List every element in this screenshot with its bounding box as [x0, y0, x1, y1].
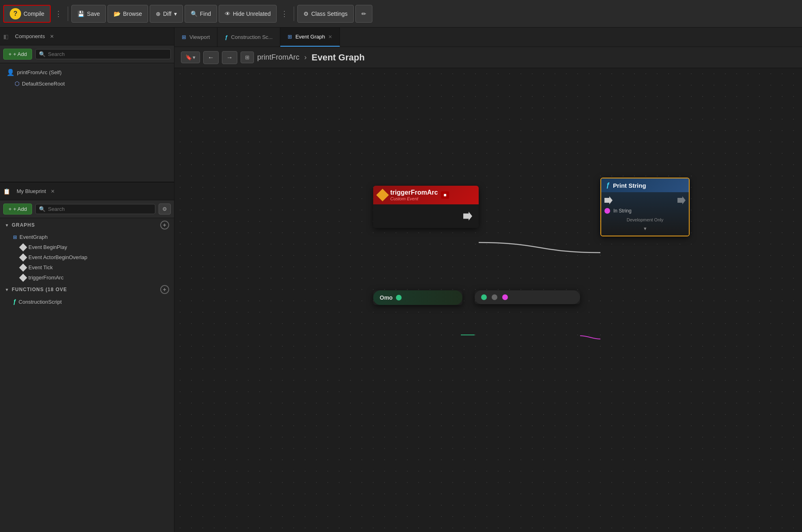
trigger-diamond-icon [19, 274, 27, 282]
trigger-diamond-node-icon [376, 189, 389, 201]
compile-button[interactable]: ? Compile [3, 5, 51, 23]
blueprint-search-box[interactable]: 🔍 [35, 204, 155, 214]
eventgraph-label: EventGraph [19, 234, 47, 240]
graph-nav-nodes-icon: ⊞ [245, 54, 249, 60]
components-search-input[interactable] [48, 51, 167, 57]
tree-item-printFromArc[interactable]: 👤 printFromArc (Self) [0, 66, 174, 78]
print-string-expand[interactable]: ▾ [601, 224, 689, 233]
omo-node[interactable]: Omo [373, 290, 462, 305]
tab-construction[interactable]: ƒ Construction Sc... [217, 28, 280, 47]
functions-add-icon[interactable]: + [160, 285, 169, 294]
construction-func-icon: ƒ [13, 298, 16, 305]
find-button[interactable]: 🔍 Find [185, 5, 217, 23]
graphs-triangle-icon: ▼ [5, 223, 9, 227]
print-exec-row [601, 195, 689, 206]
browse-label: Browse [123, 11, 142, 17]
graph-canvas[interactable]: triggerFromArc Custom Event ■ ƒ Print [174, 68, 802, 532]
graph-item-beginplay[interactable]: Event BeginPlay [0, 242, 174, 252]
graph-item-actoroverlap[interactable]: Event ActorBeginOverlap [0, 252, 174, 262]
trigger-exec-out-pin[interactable] [463, 212, 472, 221]
event-graph-tab-close[interactable]: ✕ [328, 34, 332, 40]
trigger-node-title: triggerFromArc [390, 189, 438, 196]
trigger-node-body [373, 204, 479, 228]
breadcrumb-current: Event Graph [312, 52, 365, 63]
connector-out-magenta-pin[interactable] [502, 294, 508, 300]
print-exec-out-pin[interactable] [677, 196, 686, 204]
my-blueprint-section: 📋 My Blueprint ✕ + + Add 🔍 ⚙ [0, 182, 174, 532]
tree-item-defaultSceneRoot[interactable]: ⬡ DefaultSceneRoot [0, 78, 174, 89]
connector-mid-gray-pin[interactable] [492, 294, 497, 300]
blueprint-add-button[interactable]: + + Add [3, 204, 32, 215]
graphs-add-icon[interactable]: + [160, 221, 169, 230]
graph-nav-icon[interactable]: ⊞ [241, 51, 254, 63]
components-tab-close[interactable]: ✕ [50, 34, 54, 39]
print-exec-in-pin[interactable] [604, 196, 613, 204]
connector-node[interactable] [475, 290, 580, 304]
hide-unrelated-button[interactable]: 👁 Hide Unrelated [219, 5, 277, 23]
print-string-body: In String Development Only ▾ [601, 192, 689, 236]
tab-event-graph[interactable]: ⊞ Event Graph ✕ [280, 28, 340, 47]
trigger-node[interactable]: triggerFromArc Custom Event ■ [373, 186, 479, 228]
compile-label: Compile [24, 11, 44, 17]
right-area: ⊞ Viewport ƒ Construction Sc... ⊞ Event … [174, 28, 802, 532]
components-search-box[interactable]: 🔍 [35, 49, 171, 59]
find-label: Find [200, 11, 211, 17]
in-string-pin[interactable] [604, 208, 610, 214]
components-search-icon: 🔍 [39, 51, 45, 57]
left-panel: ◧ Components ✕ + + Add 🔍 👤 [0, 28, 174, 532]
hide-unrelated-icon: 👁 [225, 11, 230, 17]
graph-item-tick[interactable]: Event Tick [0, 262, 174, 272]
graph-item-construction[interactable]: ƒ ConstructionScript [0, 296, 174, 307]
omo-out-pin[interactable] [396, 295, 402, 300]
trigger-node-header: triggerFromArc Custom Event ■ [373, 186, 479, 204]
print-in-string-row: In String [601, 206, 689, 216]
save-button[interactable]: 💾 Save [71, 5, 106, 23]
trigger-node-close[interactable]: ■ [441, 191, 449, 199]
bookmark-nav-icon[interactable]: 🔖 ▾ [181, 51, 200, 63]
separator-1 [68, 6, 68, 21]
tab-event-graph-label: Event Graph [295, 34, 325, 40]
graph-item-triggerFromArc[interactable]: triggerFromArc [0, 272, 174, 283]
components-tab[interactable]: Components ✕ [11, 31, 58, 42]
dev-only-text: Development Only [627, 217, 664, 222]
components-toolbar: + + Add 🔍 [0, 45, 174, 63]
diff-button[interactable]: ⊕ Diff ▾ [150, 5, 183, 23]
pencil-icon: ✏ [361, 11, 366, 17]
blueprint-add-icon: + [9, 206, 12, 212]
blueprint-settings-button[interactable]: ⚙ [159, 204, 171, 215]
blueprint-search-input[interactable] [48, 206, 152, 212]
functions-section-header[interactable]: ▼ FUNCTIONS (18 OVE + [0, 283, 174, 296]
tab-construction-label: Construction Sc... [231, 34, 273, 40]
my-blueprint-tab-bar: 📋 My Blueprint ✕ [0, 182, 174, 200]
components-add-button[interactable]: + + Add [3, 49, 32, 60]
tab-viewport[interactable]: ⊞ Viewport [174, 28, 217, 47]
forward-button[interactable]: → [222, 51, 237, 64]
class-settings-button[interactable]: ⚙ Class Settings [297, 5, 353, 23]
browse-button[interactable]: 📂 Browse [108, 5, 148, 23]
tree-item-label-printFromArc: printFromArc (Self) [17, 69, 62, 75]
components-tree: 👤 printFromArc (Self) ⬡ DefaultSceneRoot [0, 63, 174, 182]
my-blueprint-tab[interactable]: My Blueprint ✕ [13, 186, 59, 197]
main-layout: ◧ Components ✕ + + Add 🔍 👤 [0, 28, 802, 532]
connector-in-teal-pin[interactable] [481, 294, 487, 300]
bookmark-icon: 🔖 [185, 54, 192, 60]
separator-2 [294, 6, 294, 21]
main-toolbar: ? Compile ⋮ 💾 Save 📂 Browse ⊕ Diff ▾ 🔍 F… [0, 0, 802, 28]
graphs-header-label: GRAPHS [12, 222, 35, 228]
event-graph-tab-icon: ⊞ [288, 34, 292, 40]
breadcrumb-root[interactable]: printFromArc [257, 53, 299, 62]
tick-label: Event Tick [28, 264, 53, 270]
eventgraph-node-icon: ⊞ [13, 234, 17, 240]
back-button[interactable]: ← [203, 51, 219, 64]
print-string-node[interactable]: ƒ Print String In String [600, 178, 690, 236]
compile-icon: ? [10, 8, 21, 19]
my-blueprint-toolbar: + + Add 🔍 ⚙ [0, 200, 174, 218]
edit-icon-button[interactable]: ✏ [355, 5, 372, 23]
my-blueprint-tab-label: My Blueprint [17, 188, 46, 194]
graphs-section-header[interactable]: ▼ GRAPHS + [0, 218, 174, 232]
compile-more-icon[interactable]: ⋮ [52, 8, 65, 20]
graph-item-eventgraph[interactable]: ⊞ EventGraph [0, 232, 174, 242]
my-blueprint-tab-close[interactable]: ✕ [51, 189, 55, 194]
toolbar-more-icon[interactable]: ⋮ [278, 8, 290, 20]
beginplay-diamond-icon [19, 243, 27, 251]
